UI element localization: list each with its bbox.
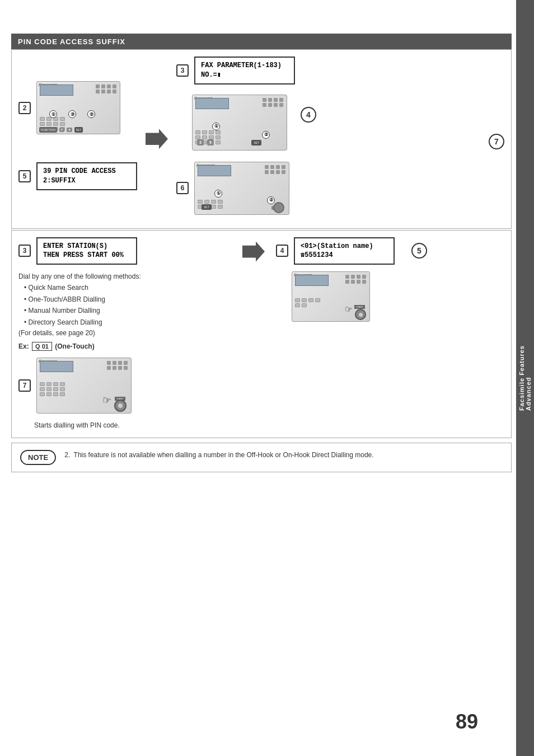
fax-screen-7 bbox=[40, 361, 73, 372]
fax-btn bbox=[113, 90, 116, 93]
fax-btn bbox=[107, 84, 111, 88]
key9[interactable]: 9 bbox=[207, 139, 214, 145]
keys39: 3 9 bbox=[197, 139, 214, 145]
fax-buttons-3 bbox=[263, 98, 284, 107]
header-bar: PIN CODE ACCESS SUFFIX bbox=[11, 34, 512, 49]
step7-badge: 7 bbox=[18, 379, 31, 392]
bottom-left: 3 ENTER STATION(S) THEN PRESS START 00% … bbox=[18, 237, 231, 431]
step2-row: 2 Panasonic bbox=[18, 81, 137, 134]
step5-row: 5 39 PIN CODE ACCESS 2:SUFFIX bbox=[18, 162, 137, 190]
top-section: 2 Panasonic bbox=[11, 49, 512, 229]
set-btn-3[interactable]: SET bbox=[251, 140, 261, 145]
page-number: 89 bbox=[456, 710, 478, 734]
b-step3-line2: THEN PRESS START 00% bbox=[43, 251, 130, 260]
fax-buttons-6 bbox=[265, 165, 286, 174]
step3-screen: FAX PARAMETER(1-183) NO.=▮ bbox=[194, 57, 295, 84]
b-step4-fax-wrapper: Panasonic ☞ START bbox=[292, 271, 504, 322]
dial-methods-section: Dial by any one of the following methods… bbox=[18, 271, 231, 351]
key3[interactable]: 3 bbox=[197, 139, 204, 145]
b-step7-row: 7 Panasonic bbox=[18, 358, 231, 431]
step6-badge: 6 bbox=[176, 182, 189, 194]
function-button-label[interactable]: FUNCTION bbox=[39, 127, 57, 133]
fax-buttons-b4 bbox=[345, 275, 367, 284]
step3-col: 3 FAX PARAMETER(1-183) NO.=▮ Panasonic bbox=[176, 57, 295, 151]
circle-3: ③ bbox=[68, 110, 76, 118]
start-button-7[interactable] bbox=[114, 400, 127, 412]
b-step4-line2: ☎5551234 bbox=[301, 251, 388, 260]
step6-fax: Panasonic ① bbox=[194, 162, 289, 215]
step5-line2: 2:SUFFIX bbox=[43, 176, 130, 186]
fax-keypad-7 bbox=[40, 382, 65, 396]
hand-pointer-7: ☞ bbox=[101, 393, 113, 407]
fax-buttons bbox=[96, 84, 117, 93]
function-set-row: FUNCTION 7 4 SET bbox=[39, 127, 83, 133]
dial-method-3: Directory Search Dialling bbox=[24, 317, 231, 328]
step3-row: 3 FAX PARAMETER(1-183) NO.=▮ bbox=[176, 57, 295, 84]
start-inner bbox=[118, 403, 123, 408]
step3-fax: Panasonic bbox=[192, 95, 287, 151]
b-step4-fax: Panasonic ☞ START bbox=[292, 271, 370, 322]
start-caption: Starts dialling with PIN code. bbox=[34, 420, 231, 431]
page-title: PIN CODE ACCESS SUFFIX bbox=[18, 37, 125, 46]
circle-2: ② bbox=[87, 110, 95, 118]
dial-note: (For details, see page 20) bbox=[18, 328, 231, 339]
dial-method-2: Manual Number Dialling bbox=[24, 305, 231, 316]
start-circle-b4[interactable] bbox=[355, 309, 366, 320]
col-left: 2 Panasonic bbox=[18, 81, 137, 197]
c2-step6: ② bbox=[267, 196, 275, 204]
step3-fax-wrapper: Panasonic bbox=[192, 95, 295, 151]
key7-label[interactable]: 7 bbox=[59, 128, 64, 132]
main-content: 2 Panasonic bbox=[11, 49, 512, 745]
step2-fax: Panasonic bbox=[36, 81, 120, 134]
fax-btn bbox=[113, 84, 116, 88]
fax-screen bbox=[40, 84, 73, 96]
step3-badge: 3 bbox=[176, 64, 189, 77]
fax-btn bbox=[96, 90, 100, 93]
sidebar: Facsimile Features Advanced bbox=[516, 0, 534, 756]
step6-group: 6 Panasonic bbox=[176, 162, 480, 222]
example-row: Ex: Q 01 (One-Touch) bbox=[18, 342, 231, 351]
note-badge: NOTE bbox=[20, 450, 56, 465]
bottom-section: 3 ENTER STATION(S) THEN PRESS START 00% … bbox=[11, 230, 512, 439]
set-btn-6[interactable]: SET bbox=[202, 204, 212, 210]
dial-method-1: One-Touch/ABBR Dialling bbox=[24, 294, 231, 305]
step7-fax: Panasonic ☞ bbox=[36, 358, 132, 414]
fax-buttons-7 bbox=[107, 361, 128, 370]
note-section: NOTE 2. This feature is not available wh… bbox=[11, 443, 512, 472]
key4-label[interactable]: 4 bbox=[67, 128, 72, 132]
fax-btn bbox=[101, 84, 105, 88]
fax-screen-3 bbox=[195, 98, 229, 109]
step4-circle: 4 bbox=[301, 107, 316, 123]
start-inner-b4 bbox=[359, 313, 363, 317]
sidebar-label: Facsimile Features Advanced bbox=[518, 345, 532, 411]
fax-btn bbox=[107, 90, 111, 93]
fax-keypad-b4 bbox=[295, 298, 321, 307]
step7-top-circle: 7 bbox=[489, 134, 504, 149]
step2-circles: ① ③ ② bbox=[49, 110, 95, 118]
arrow1 bbox=[146, 129, 168, 149]
b-step4-line1: <01>(Station name) bbox=[301, 242, 388, 251]
c1-step6: ① bbox=[214, 190, 222, 198]
step7-fax-row: 7 Panasonic bbox=[18, 358, 231, 414]
bottom-arrow bbox=[242, 242, 265, 262]
note-text: 2. This feature is not available when di… bbox=[64, 450, 374, 460]
stop-circle[interactable] bbox=[273, 202, 284, 213]
circle-1: ① bbox=[49, 110, 57, 118]
dial-intro: Dial by any one of the following methods… bbox=[18, 271, 231, 282]
bottom-inner: 3 ENTER STATION(S) THEN PRESS START 00% … bbox=[18, 237, 504, 431]
bottom-right: 4 <01>(Station name) ☎5551234 5 Panasoni… bbox=[276, 237, 504, 431]
bottom-arrow-col bbox=[242, 237, 265, 431]
step3-line1: FAX PARAMETER(1-183) bbox=[201, 61, 288, 71]
b-step4-row: 4 <01>(Station name) ☎5551234 5 bbox=[276, 237, 504, 265]
top-row: 2 Panasonic bbox=[18, 57, 504, 222]
right-arrows: 7 bbox=[489, 128, 504, 149]
step5-screen: 39 PIN CODE ACCESS 2:SUFFIX bbox=[36, 162, 137, 190]
b-step4-badge: 4 bbox=[276, 245, 288, 257]
step5-line1: 39 PIN CODE ACCESS bbox=[43, 167, 130, 176]
col-right: 3 FAX PARAMETER(1-183) NO.=▮ Panasonic bbox=[176, 57, 480, 222]
step6-row: 6 Panasonic bbox=[176, 162, 289, 215]
set-button-label[interactable]: SET bbox=[74, 127, 83, 133]
step5-badge: 5 bbox=[18, 170, 31, 182]
b-step3-line1: ENTER STATION(S) bbox=[43, 242, 130, 251]
example-box: Q 01 bbox=[32, 342, 52, 351]
